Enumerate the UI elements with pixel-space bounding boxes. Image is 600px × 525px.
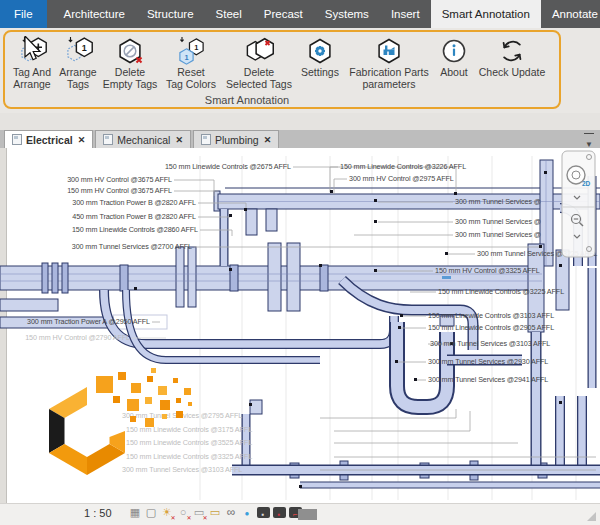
ribbon-tab-architecture[interactable]: Architecture [53,0,136,28]
annotation-label[interactable]: 150 mm Linewide Controls @2675 AFFL [165,163,291,171]
check-update-button[interactable]: Check Update [474,34,550,78]
annotation-label[interactable]: 150 mm HV Control @3325 AFFL [435,267,540,275]
ribbon-tab-bar: FileArchitectureStructureSteelPrecastSys… [0,0,600,28]
view-tab-plumbing[interactable]: Plumbing✕ [193,130,279,148]
shadows-icon[interactable] [177,506,190,519]
drawing-canvas[interactable]: 150 mm Linewide Controls @2675 AFFL300 m… [0,148,600,503]
button-label: Tags [67,78,89,90]
view-properties-icon[interactable] [257,507,270,518]
button-label: parameters [362,78,415,90]
view-tab-mechanical[interactable]: Mechanical✕ [95,130,191,148]
annotation-label[interactable]: 450 mm Traction Power B @2820 AFFL [72,213,196,221]
annotation-label[interactable]: 150 mm HV Control @3675 AFFL [67,187,172,195]
tag-and-arrange-icon [17,36,47,66]
ribbon: Tag And Arrange 1 Arrange Tags [0,28,600,113]
button-label: Empty Tags [103,78,158,90]
ribbon-tab-smart-annotation[interactable]: Smart Annotation [431,0,541,28]
svg-text:1: 1 [194,43,198,52]
crop-region-icon[interactable] [209,506,222,519]
reveal-hidden-icon[interactable] [241,506,254,519]
annotation-label[interactable]: 300 mm Tunnel Services @ [455,231,541,239]
ribbon-tab-systems[interactable]: Systems [314,0,380,28]
view-tab-bar: Electrical✕Mechanical✕Plumbing✕ [0,130,600,148]
about-button[interactable]: About [434,34,474,78]
annotation-label[interactable]: 150 mm Linewide Controls @3225 AFFL [438,288,564,296]
annotation-label[interactable]: 300 mm Tunnel Services @2930 AFFL [428,358,548,366]
displacement-sets-icon[interactable] [273,507,286,518]
fabrication-parts-icon [374,36,404,66]
view-tab-label: Electrical [26,134,73,146]
view-control-bar: 1 : 50 [84,506,302,519]
arrange-tags-icon: 1 [63,36,93,66]
ribbon-tabs: FileArchitectureStructureSteelPrecastSys… [0,0,600,28]
tag-and-arrange-button[interactable]: Tag And Arrange [8,34,56,90]
delete-selected-tags-button[interactable]: Delete Selected Tags [222,34,296,90]
annotation-label[interactable]: 150 mm Linewide Controls @2905 AFFL [428,324,554,332]
button-label: Delete [244,66,274,78]
arrange-tags-button[interactable]: 1 Arrange Tags [56,34,100,90]
view-tab-electrical[interactable]: Electrical✕ [4,130,93,148]
annotation-label[interactable]: 300 mm Tunnel Services @2795 AFFL [122,412,242,420]
annotation-label[interactable]: 300 mm Traction Power B @2820 AFFL [72,199,196,207]
reset-tag-colors-icon: 1 1 [176,36,206,66]
annotation-label[interactable]: 150 mm Linewide Controls @3103 AFFL [428,312,554,320]
settings-gear-icon [305,36,335,66]
view-doc-icon [103,134,113,145]
bar-icon [584,133,594,134]
delete-empty-tags-button[interactable]: Delete Empty Tags [100,34,160,90]
fabrication-parts-parameters-button[interactable]: Fabrication Parts parameters [344,34,434,90]
visual-style-icon[interactable] [145,506,158,519]
ribbon-tab-file[interactable]: File [0,0,47,28]
scale-control[interactable]: 1 : 50 [84,507,112,519]
annotation-label[interactable]: 300 mm Traction Power A @2950 AFFL [27,318,150,326]
annotation-label[interactable]: 300 mm Tunnel Services @2700 AFFL [72,243,192,251]
button-label: Tag And [13,66,51,78]
close-icon[interactable]: ✕ [263,135,272,145]
sun-path-icon[interactable] [161,506,174,519]
ribbon-bottom-strip [0,113,600,130]
viewbar-icons [129,506,302,519]
button-label: Reset [177,66,204,78]
annotation-label[interactable]: 150 mm HV Control @2790 AFFL [25,334,130,342]
annotation-label[interactable]: 300 mm Tunnel Services @ [455,198,541,206]
resize-grip[interactable] [587,512,596,521]
settings-button[interactable]: Settings [296,34,344,78]
annotation-label[interactable]: 300 mm HV Control @2975 AFFL [349,175,454,183]
annotation-label[interactable]: 150 mm Linewide Controls @3175 AFFL [126,426,252,434]
ribbon-tab-precast[interactable]: Precast [253,0,314,28]
annotation-label[interactable]: 300 mm Tunnel Services @2941 AFFL [428,376,548,384]
annotation-label[interactable]: 150 mm Linewide Controls @2860 AFFL [72,226,198,234]
annotation-label[interactable]: 150 mm Linewide Controls @3226 AFFL [340,163,466,171]
scrollbar-thumb[interactable] [298,509,317,520]
view-tab-label: Mechanical [117,134,170,146]
button-label: Delete [115,66,145,78]
svg-text:1: 1 [82,43,87,53]
navigation-bar[interactable]: 2D [561,150,597,260]
annotation-label[interactable]: 300 mm Tunnel Services @ [455,218,541,226]
annotation-label[interactable]: 150 mm Linewide Controls @3525 AFFL [126,439,252,447]
view-tab-label: Plumbing [215,134,259,146]
button-label: Arrange [59,66,96,78]
close-icon[interactable]: ✕ [77,135,86,145]
ribbon-tab-insert[interactable]: Insert [380,0,431,28]
button-label: Check Update [479,66,546,78]
button-label: Settings [301,66,339,78]
reset-tag-colors-button[interactable]: 1 1 Reset Tag Colors [160,34,222,90]
delete-selected-tags-icon [244,36,274,66]
button-label: Tag Colors [166,78,216,90]
annotation-label[interactable]: 300 mm Tunnel Services @3103 AFFL [430,340,550,348]
refresh-icon [497,36,527,66]
annotation-label[interactable]: 300 mm HV Control @3675 AFFL [67,176,172,184]
hide-isolate-icon[interactable] [225,506,238,519]
detail-level-icon[interactable] [129,506,142,519]
ribbon-tab-structure[interactable]: Structure [136,0,205,28]
svg-text:2D: 2D [582,180,591,187]
annotation-label[interactable]: 150 mm Linewide Controls @3325 AFFL [126,453,252,461]
ribbon-tab-steel[interactable]: Steel [205,0,253,28]
svg-text:1: 1 [184,53,188,62]
ribbon-tab-annotate[interactable]: Annotate [541,0,600,28]
button-label: Selected Tags [226,78,292,90]
crop-view-icon[interactable] [193,506,206,519]
close-icon[interactable]: ✕ [174,135,183,145]
annotation-label[interactable]: 300 mm Tunnel Services @3103 AFFL [122,466,242,474]
